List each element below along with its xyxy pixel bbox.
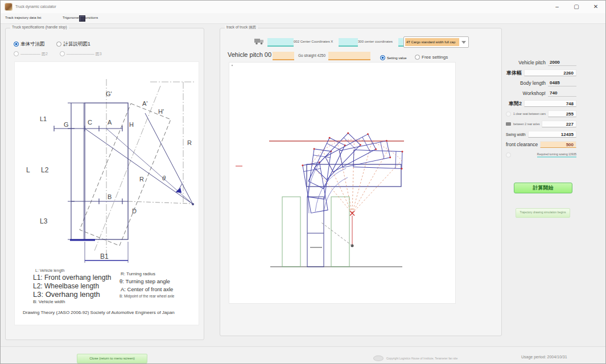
vehicle-type-combobox[interactable]: 4T Cargo standard width full cap bbox=[403, 36, 469, 48]
logo-icon bbox=[373, 355, 384, 361]
result-label: Required turning sowing 13935 bbox=[537, 152, 576, 158]
x-coordinate-input[interactable] bbox=[267, 38, 294, 47]
track-of-truck-panel: track of truck 描図 002 Center Coordinates… bbox=[220, 28, 502, 336]
diagram-radio-row-2: ――――― 図2 ――――――― 図3 bbox=[14, 48, 102, 59]
legend-turning-radius: R: Turning radius bbox=[121, 271, 155, 276]
trajectory-canvas[interactable] bbox=[229, 62, 456, 304]
y-coordinate-label: 300 center coordinates bbox=[358, 40, 393, 43]
vehicle-pitch-input[interactable] bbox=[273, 52, 294, 60]
vehicle-pitch-label: Vehicle pitch 00 bbox=[228, 51, 271, 58]
svg-text:R: R bbox=[139, 176, 144, 183]
close-return-menu-button[interactable]: Close (return to menu screen) bbox=[77, 354, 147, 363]
free-settings-radio-group: Free settings bbox=[415, 52, 448, 62]
title-bar: Truck dynamic calculator – ▢ ✕ bbox=[1, 1, 605, 14]
radio-vehicle-dimension-diagram[interactable] bbox=[14, 42, 19, 47]
x-coordinate-label: 002 Center Coordinates X bbox=[294, 40, 333, 43]
svg-text:θ: θ bbox=[162, 175, 166, 181]
legend-center-front-axle: A: Center of front axle bbox=[121, 286, 173, 292]
app-window: Truck dynamic calculator – ▢ ✕ Track tra… bbox=[0, 0, 606, 364]
radio-free-settings[interactable] bbox=[415, 55, 420, 60]
coordinates-control-row: 002 Center Coordinates X 300 center coor… bbox=[220, 36, 499, 48]
svg-text:C: C bbox=[88, 119, 92, 126]
result-label: Swing width bbox=[506, 133, 526, 136]
y-coordinate-input[interactable] bbox=[339, 38, 358, 47]
svg-text:L1: L1 bbox=[40, 115, 47, 122]
result-value[interactable]: 0485 bbox=[548, 80, 576, 86]
result-label: 1 clear seat between cars bbox=[513, 112, 546, 115]
result-value[interactable]: 748 bbox=[524, 100, 576, 107]
result-value[interactable]: 227 bbox=[542, 121, 576, 127]
diagram-radio-row-1: 車体寸法図 計算説明図1 bbox=[14, 39, 90, 49]
radio-setting-value[interactable] bbox=[380, 55, 385, 60]
results-sidebar: Vehicle pitch2000 車体幅2260 Body length048… bbox=[506, 57, 576, 160]
radio-diagram-3[interactable] bbox=[60, 51, 65, 56]
svg-text:H': H' bbox=[158, 108, 164, 115]
svg-text:L3: L3 bbox=[40, 217, 48, 225]
copyright-text: Copyright Logistics House of Institute, … bbox=[386, 357, 457, 360]
grid-icon[interactable] bbox=[79, 15, 85, 22]
simulation-button[interactable]: Trajectory drawing simulation begins bbox=[516, 208, 570, 218]
usage-period: Usage period: 2004/10/31 bbox=[521, 355, 567, 359]
tab-track-trajectory-data-list[interactable]: Track trajectory data list bbox=[5, 16, 41, 19]
legend-front-overhang: L1: Front overhang length bbox=[33, 274, 111, 282]
result-label: Workshop! bbox=[523, 90, 546, 96]
truck-icon bbox=[506, 122, 511, 126]
svg-text:A': A' bbox=[142, 100, 147, 107]
result-label: Vehicle pitch bbox=[518, 60, 546, 65]
truck-specifications-panel: Truck specifications (handle stop) 車体寸法図… bbox=[5, 28, 204, 340]
start-calculation-button[interactable]: 計算開始 bbox=[514, 183, 572, 193]
result-value[interactable]: 12435 bbox=[528, 131, 576, 138]
vehicle-dimension-diagram: L1GCAHG'A'H'LL2RRθBDOL3B1 bbox=[15, 62, 197, 264]
radio-calc-explanation-1[interactable] bbox=[56, 42, 61, 47]
go-straight-input[interactable] bbox=[328, 52, 370, 60]
pitch-control-row: Vehicle pitch 00 Go straight 4250 Settin… bbox=[220, 50, 499, 60]
radio-label-diagram-2[interactable]: ――――― 図2 bbox=[20, 52, 48, 56]
bottom-bar: Close (return to menu screen) Copyright … bbox=[1, 346, 605, 364]
legend-vehicle-width: B: Vehicle width bbox=[33, 299, 65, 304]
drawing-theory-caption: Drawing Theory (JASO 2006-92) Society of… bbox=[23, 310, 175, 315]
result-value[interactable]: 2260 bbox=[524, 69, 576, 76]
copyright-block: Copyright Logistics House of Institute, … bbox=[373, 355, 457, 361]
circle-icon bbox=[506, 111, 511, 117]
result-value[interactable]: 255 bbox=[548, 110, 576, 117]
maximize-button[interactable]: ▢ bbox=[567, 1, 586, 13]
tab-strip: Track trajectory data list Trigonometric… bbox=[1, 13, 605, 24]
legend-turning-step-angle: θ: Turning step angle bbox=[119, 278, 170, 284]
trajectory-drawing bbox=[229, 63, 455, 303]
result-value[interactable]: 500 bbox=[540, 141, 576, 148]
track-of-truck-title: track of truck 描図 bbox=[225, 25, 258, 30]
radio-label-free-settings[interactable]: Free settings bbox=[422, 55, 448, 60]
radio-label-diagram-3[interactable]: ――――――― 図3 bbox=[67, 52, 102, 56]
radio-label-calc-explanation-1[interactable]: 計算説明図1 bbox=[63, 41, 90, 47]
svg-text:R: R bbox=[187, 139, 192, 146]
svg-text:B: B bbox=[108, 193, 112, 200]
legend-rear-axle-midpoint: B: Midpoint of the rear wheel axle bbox=[119, 294, 174, 298]
window-title: Truck dynamic calculator bbox=[15, 5, 56, 9]
chevron-down-icon bbox=[461, 41, 466, 44]
close-button[interactable]: ✕ bbox=[586, 1, 605, 13]
truck-icon bbox=[254, 38, 264, 45]
svg-text:G': G' bbox=[106, 90, 112, 97]
svg-text:D: D bbox=[132, 208, 137, 214]
result-label: 車間2 bbox=[509, 100, 522, 107]
radio-diagram-2[interactable] bbox=[14, 51, 19, 56]
svg-text:L2: L2 bbox=[41, 166, 49, 174]
vehicle-dimension-diagram-box: L1GCAHG'A'H'LL2RRθBDOL3B1 L: Vehicle len… bbox=[14, 61, 199, 325]
result-label: Body length bbox=[520, 80, 546, 86]
truck-specifications-title: Truck specifications (handle stop) bbox=[10, 25, 69, 29]
radio-label-setting-value[interactable]: Setting value bbox=[387, 56, 407, 60]
result-label: 車体幅 bbox=[506, 69, 522, 77]
minimize-button[interactable]: – bbox=[547, 1, 567, 13]
vehicle-type-selected-value: 4T Cargo standard width full cap bbox=[405, 38, 459, 46]
radio-label-vehicle-dimension[interactable]: 車体寸法図 bbox=[20, 41, 45, 47]
circle-icon bbox=[506, 152, 511, 158]
svg-text:H: H bbox=[129, 121, 134, 128]
result-label: between 2 rear axles bbox=[513, 122, 539, 126]
legend-vehicle-length: L: Vehicle length bbox=[35, 268, 64, 272]
result-value[interactable]: 2000 bbox=[548, 59, 576, 66]
legend-overhang: L3: Overhang length bbox=[33, 290, 100, 299]
result-value[interactable]: 740 bbox=[548, 90, 576, 97]
svg-text:L: L bbox=[26, 166, 30, 174]
legend-wheelbase: L2: Wheelbase length bbox=[33, 282, 99, 290]
setting-value-radio-group: Setting value bbox=[380, 52, 407, 63]
